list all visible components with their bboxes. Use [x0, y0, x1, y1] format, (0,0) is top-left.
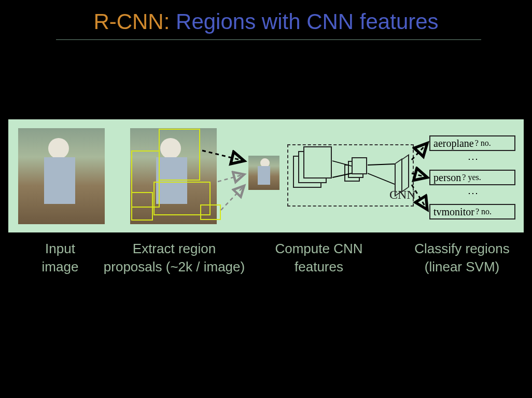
vertical-dots: ⋮: [471, 188, 476, 199]
input-image: [18, 128, 105, 224]
caption-proposals: Extract regionproposals (~2k / image): [102, 240, 247, 276]
classifier-box: tvmonitor? no.: [429, 204, 515, 219]
pipeline-diagram: CNN aeroplane? no. ⋮ person? yes. ⋮ tvmo: [8, 119, 524, 232]
region-box: [200, 204, 221, 220]
cnn-label: CNN: [389, 188, 416, 202]
region-box: [159, 129, 200, 181]
conv-layer: [303, 146, 332, 179]
svg-line-8: [412, 173, 427, 177]
caption-input: Inputimage: [24, 240, 96, 276]
conv-layer: [352, 157, 367, 174]
caption-text: Extract regionproposals (~2k / image): [102, 240, 247, 276]
region-box: [131, 192, 153, 221]
svg-line-2: [221, 186, 244, 210]
vertical-dots: ⋮: [471, 154, 476, 164]
title-prefix: R-CNN:: [93, 9, 170, 34]
title-underline: [56, 39, 481, 40]
class-label: aeroplane: [433, 138, 474, 149]
svg-line-1: [218, 174, 244, 182]
caption-text: Classify regions(linear SVM): [408, 240, 516, 276]
caption-text: Inputimage: [24, 240, 96, 276]
caption-text: Compute CNNfeatures: [264, 240, 373, 276]
caption-compute: Compute CNNfeatures: [264, 240, 373, 276]
slide-title: R-CNN: Regions with CNN features: [0, 9, 532, 34]
class-label: person: [433, 172, 461, 184]
class-answer: ? no.: [475, 139, 491, 148]
warped-region: [248, 156, 279, 190]
class-answer: ? no.: [475, 207, 492, 216]
feature-vector: [401, 154, 409, 193]
caption-classify: Classify regions(linear SVM): [408, 240, 516, 276]
svg-line-7: [412, 143, 427, 160]
classifier-box: aeroplane? no.: [429, 135, 515, 151]
classifier-box: person? yes.: [429, 170, 515, 185]
title-rest: Regions with CNN features: [170, 9, 438, 34]
class-answer: ? yes.: [462, 173, 481, 182]
class-label: tvmonitor: [433, 206, 474, 218]
